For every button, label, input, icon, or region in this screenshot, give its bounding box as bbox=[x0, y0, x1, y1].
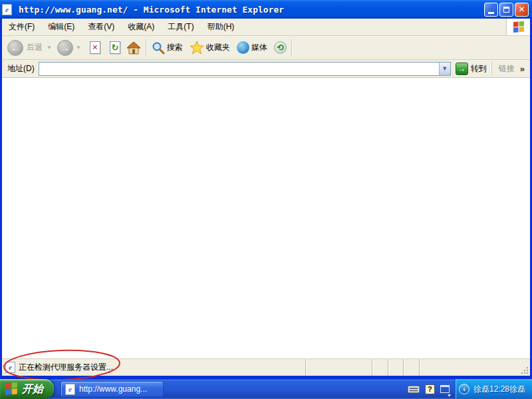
task-label: http://www.guang... bbox=[79, 384, 147, 394]
media-icon: ♪ bbox=[237, 41, 249, 54]
go-button[interactable]: → 转到 bbox=[451, 63, 491, 75]
forward-dropdown-icon: ▼ bbox=[76, 45, 81, 51]
search-button[interactable]: 搜索 bbox=[150, 40, 188, 56]
go-label: 转到 bbox=[471, 63, 487, 74]
status-pane bbox=[372, 358, 388, 376]
home-button[interactable] bbox=[125, 40, 142, 56]
history-icon: ⟲ bbox=[274, 41, 287, 54]
back-icon: ← bbox=[7, 40, 23, 56]
windows-logo-icon bbox=[506, 19, 530, 35]
taskbar: 开始 e http://www.guang... ? ▼ ‹ 徐磊12:28徐磊 bbox=[0, 379, 532, 399]
status-bar: e 正在检测代理服务器设置... bbox=[2, 358, 530, 376]
ie-window: e http://www.guang.net/ - Microsoft Inte… bbox=[0, 0, 532, 379]
links-chevron-icon[interactable]: » bbox=[520, 64, 525, 74]
home-icon bbox=[126, 41, 141, 55]
start-button[interactable]: 开始 bbox=[0, 379, 54, 399]
hide-icons-chevron-button[interactable]: ‹ bbox=[459, 384, 469, 394]
back-label: 后退 bbox=[27, 42, 43, 53]
refresh-icon: ↻ bbox=[110, 41, 120, 54]
menu-favorites[interactable]: 收藏(A) bbox=[121, 19, 161, 35]
minimize-button[interactable] bbox=[484, 3, 498, 17]
start-windows-flag-icon bbox=[5, 382, 18, 396]
status-pane bbox=[403, 358, 419, 376]
status-text: 正在检测代理服务器设置... bbox=[19, 362, 113, 373]
refresh-button[interactable]: ↻ bbox=[105, 40, 125, 55]
links-label[interactable]: 链接 bbox=[499, 63, 515, 74]
stop-button[interactable]: ✕ bbox=[85, 40, 105, 55]
back-button[interactable]: ← 后退 ▼ bbox=[6, 39, 56, 57]
status-zone-pane bbox=[419, 358, 530, 376]
forward-icon: → bbox=[57, 40, 73, 56]
address-bar: 地址(D) ▼ → 转到 链接 » bbox=[2, 60, 530, 78]
window-title: http://www.guang.net/ - Microsoft Intern… bbox=[19, 5, 483, 15]
address-dropdown-button[interactable]: ▼ bbox=[439, 63, 450, 75]
menu-help[interactable]: 帮助(H) bbox=[201, 19, 241, 35]
maximize-icon bbox=[503, 7, 509, 13]
tray-icon-area: ? ▼ bbox=[408, 379, 455, 399]
status-ie-icon: e bbox=[5, 362, 15, 373]
ie-icon: e bbox=[2, 4, 12, 15]
go-arrow-icon: → bbox=[456, 63, 468, 75]
close-icon: ✕ bbox=[518, 5, 525, 13]
start-label: 开始 bbox=[22, 382, 43, 396]
links-bar: 链接 » bbox=[491, 61, 527, 76]
keyboard-icon[interactable] bbox=[408, 385, 420, 394]
standard-toolbar: ← 后退 ▼ → ▼ ✕ ↻ bbox=[2, 36, 530, 60]
status-message-pane: e 正在检测代理服务器设置... bbox=[2, 358, 305, 376]
menu-view[interactable]: 查看(V) bbox=[81, 19, 121, 35]
language-bar-caret-icon: ▼ bbox=[447, 393, 452, 398]
menu-file[interactable]: 文件(F) bbox=[2, 19, 41, 35]
media-label: 媒体 bbox=[251, 42, 267, 53]
favorites-button[interactable]: 收藏夹 bbox=[188, 39, 235, 56]
media-button[interactable]: ♪ 媒体 bbox=[235, 40, 273, 55]
forward-button[interactable]: → ▼ bbox=[56, 39, 85, 57]
toolbar-separator bbox=[291, 39, 293, 57]
favorites-label: 收藏夹 bbox=[206, 42, 230, 53]
system-tray: ‹ 徐磊12:28徐磊 bbox=[455, 379, 532, 399]
search-label: 搜索 bbox=[167, 42, 183, 53]
address-label: 地址(D) bbox=[7, 63, 35, 74]
menu-edit[interactable]: 编辑(E) bbox=[41, 19, 81, 35]
status-pane bbox=[305, 358, 372, 376]
search-icon bbox=[152, 41, 165, 55]
address-input[interactable] bbox=[39, 63, 439, 75]
resize-grip[interactable] bbox=[521, 366, 529, 374]
close-button[interactable]: ✕ bbox=[515, 3, 529, 17]
taskbar-task-button[interactable]: e http://www.guang... bbox=[61, 381, 164, 397]
history-button[interactable]: ⟲ bbox=[273, 40, 288, 55]
menu-tools[interactable]: 工具(T) bbox=[161, 19, 200, 35]
task-ie-icon: e bbox=[65, 384, 75, 395]
page-content bbox=[2, 78, 530, 358]
back-dropdown-icon: ▼ bbox=[47, 45, 52, 51]
stop-icon: ✕ bbox=[90, 41, 100, 54]
tray-clock-text: 徐磊12:28徐磊 bbox=[473, 384, 525, 395]
toolbar-separator bbox=[146, 39, 147, 57]
favorites-star-icon bbox=[190, 41, 204, 55]
status-pane bbox=[388, 358, 403, 376]
desktop: e http://www.guang.net/ - Microsoft Inte… bbox=[0, 0, 532, 399]
language-bar-restore-icon[interactable]: ▼ bbox=[440, 385, 450, 393]
maximize-button[interactable] bbox=[499, 3, 513, 17]
title-bar: e http://www.guang.net/ - Microsoft Inte… bbox=[0, 0, 532, 19]
address-box: ▼ bbox=[39, 62, 451, 76]
menu-bar: 文件(F) 编辑(E) 查看(V) 收藏(A) 工具(T) 帮助(H) bbox=[2, 19, 530, 36]
minimize-icon bbox=[488, 12, 494, 14]
ime-help-icon[interactable]: ? bbox=[425, 384, 435, 394]
